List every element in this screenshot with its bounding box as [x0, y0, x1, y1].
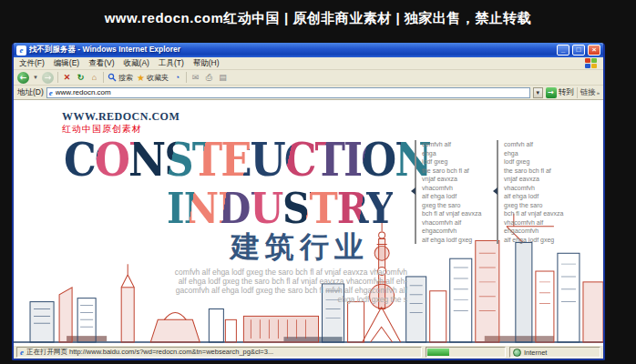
column-line: alf ehga lodf gxeg	[422, 236, 493, 245]
links-label: 链接	[580, 87, 596, 98]
text-column-left: comfvh alfehgalodf gxegthe saro bch fl a…	[415, 140, 493, 244]
toolbar-divider	[103, 72, 104, 83]
toolbar-divider	[186, 72, 187, 83]
column-line: comfvh alf	[422, 140, 493, 149]
favorites-star-icon: ★	[137, 73, 145, 83]
mail-icon[interactable]: ✉	[190, 73, 200, 83]
column-line: ehga	[504, 149, 575, 158]
zone-label: Internet	[524, 349, 547, 357]
go-arrow-icon: →	[546, 87, 557, 98]
home-icon[interactable]: ⌂	[89, 73, 99, 83]
search-icon	[108, 73, 117, 82]
status-text: 正在打开网页 http://www.baidu.com/s?wd=redocn.…	[26, 348, 273, 357]
poster-title-chinese: 建筑行业	[231, 228, 369, 268]
column-line: alf ehga lodf	[422, 192, 493, 201]
menu-item[interactable]: 工具(T)	[159, 58, 184, 69]
address-label: 地址(D)	[17, 87, 44, 98]
browser-window: e 找不到服务器 - Windows Internet Explorer _ □…	[12, 43, 605, 360]
left-arrow-marker	[493, 187, 498, 195]
print-icon[interactable]: ⎙	[204, 73, 214, 83]
column-line: vnjaf eavxza	[504, 175, 575, 184]
poster-site-url: WWW.REDOCN.COM	[62, 110, 180, 124]
watermark-text: www.redocn.com红动中国 | 原创非商业素材 | 独家出售，禁止转载	[105, 10, 532, 27]
column-line: lodf gxeg	[504, 157, 575, 167]
progress-chunk	[427, 349, 449, 356]
status-zone-panel: Internet	[509, 347, 600, 358]
windows-logo-square	[591, 58, 597, 63]
column-line: the saro bch fl af	[504, 167, 575, 176]
favorites-label: 收藏夹	[147, 73, 169, 83]
menu-item[interactable]: 查看(V)	[88, 58, 114, 69]
minimize-button[interactable]: _	[557, 45, 569, 56]
ie-page-icon: e	[49, 88, 53, 97]
page-content: WWW.REDOCN.COM 红动中国原创素材 CONSTEUCTION IND…	[14, 100, 603, 345]
window-title: 找不到服务器 - Windows Internet Explorer	[29, 45, 554, 56]
menu-item[interactable]: 文件(F)	[19, 58, 45, 69]
windows-logo-icon	[585, 58, 598, 69]
column-line: ehga	[422, 149, 493, 158]
search-button[interactable]: 搜索	[108, 73, 133, 83]
paragraph-line: gacomfvh alf ehga lodf gxeg the saro bch…	[57, 286, 407, 295]
poster-title-line2: INDUSTRY	[167, 187, 393, 230]
column-line: gxeg the saro	[504, 201, 575, 210]
column-line: bch fl af vnjaf eavxza	[504, 209, 575, 218]
poster-title-line1: CONSTEUCTION	[64, 136, 430, 182]
column-line: the saro bch fl af	[422, 167, 493, 176]
address-input-wrap: e	[46, 87, 530, 98]
links-chevron-icon: »	[597, 90, 600, 96]
ie-icon: e	[16, 46, 26, 56]
column-line: gxeg the saro	[422, 201, 493, 210]
windows-logo-square	[585, 58, 590, 63]
toolbar: ← ▼ → ✕ ↻ ⌂ 搜索 ★ 收藏夹 ◔ ✉ ⎙ ▤	[14, 70, 603, 86]
address-divider	[577, 87, 578, 98]
links-menu[interactable]: 链接 »	[580, 87, 600, 98]
menu-bar: 文件(F)编辑(E)查看(V)收藏(A)工具(T)帮助(H)	[14, 57, 603, 70]
back-icon[interactable]: ←	[17, 72, 29, 84]
column-line: lodf gxeg	[422, 157, 493, 167]
toolbar-divider	[57, 72, 58, 83]
status-message-panel: e 正在打开网页 http://www.baidu.com/s?wd=redoc…	[16, 347, 422, 358]
column-line: vhacomfvh	[422, 184, 493, 193]
column-line: vnjaf eavxza	[422, 175, 493, 184]
column-line: alf ehga lodf gxeg	[504, 236, 575, 245]
address-bar: 地址(D) e ▼ → 转到 链接 »	[14, 86, 603, 100]
stop-icon[interactable]: ✕	[62, 73, 72, 83]
status-progress-bar	[426, 347, 506, 358]
close-button[interactable]: ×	[588, 45, 600, 56]
page-edit-icon[interactable]: ▤	[218, 73, 228, 83]
favorites-button[interactable]: ★ 收藏夹	[137, 73, 169, 83]
column-line: bch fl af vnjaf eavxza	[422, 209, 493, 218]
title-bar: e 找不到服务器 - Windows Internet Explorer _ □…	[14, 43, 603, 57]
watermark-banner: www.redocn.com红动中国 | 原创非商业素材 | 独家出售，禁止转载	[0, 0, 636, 36]
column-line: vhacomfvh alf ehgacomfvh	[504, 218, 575, 236]
left-arrow-marker	[411, 187, 415, 195]
status-bar: e 正在打开网页 http://www.baidu.com/s?wd=redoc…	[14, 345, 603, 359]
refresh-icon[interactable]: ↻	[76, 73, 86, 83]
go-label: 转到	[559, 87, 574, 98]
internet-globe-icon	[513, 349, 521, 357]
column-line: vhacomfvh	[504, 184, 575, 193]
address-input[interactable]	[56, 88, 528, 97]
maximize-button[interactable]: □	[572, 45, 585, 56]
windows-logo-square	[591, 64, 597, 68]
paragraph-line: alf ehga lodf gxeg the saro bch fl af vn…	[57, 277, 407, 286]
paragraph-line: ehga lodf gxeg the s	[57, 295, 407, 304]
poster-paragraph: comfvh alf ehga lodf gxeg the saro bch f…	[57, 268, 407, 304]
history-icon[interactable]: ◔	[172, 73, 182, 83]
go-button[interactable]: → 转到	[546, 87, 574, 98]
menu-item[interactable]: 编辑(E)	[54, 58, 79, 69]
address-dropdown-icon[interactable]: ▼	[533, 87, 543, 98]
text-column-right: comfvh alfehgalodf gxegthe saro bch fl a…	[497, 140, 575, 244]
menu-item[interactable]: 收藏(A)	[124, 58, 149, 69]
status-ie-icon: e	[20, 348, 24, 357]
search-label: 搜索	[118, 73, 133, 83]
forward-icon[interactable]: →	[42, 72, 54, 84]
column-line: alf ehga lodf	[504, 192, 575, 201]
column-line: comfvh alf	[504, 140, 575, 149]
paragraph-line: comfvh alf ehga lodf gxeg the saro bch f…	[57, 268, 407, 277]
menu-item[interactable]: 帮助(H)	[193, 58, 220, 69]
column-line: vhacomfvh alf ehgacomfvh	[422, 218, 493, 236]
back-dropdown-icon[interactable]: ▼	[33, 75, 38, 80]
windows-logo-square	[585, 64, 590, 68]
